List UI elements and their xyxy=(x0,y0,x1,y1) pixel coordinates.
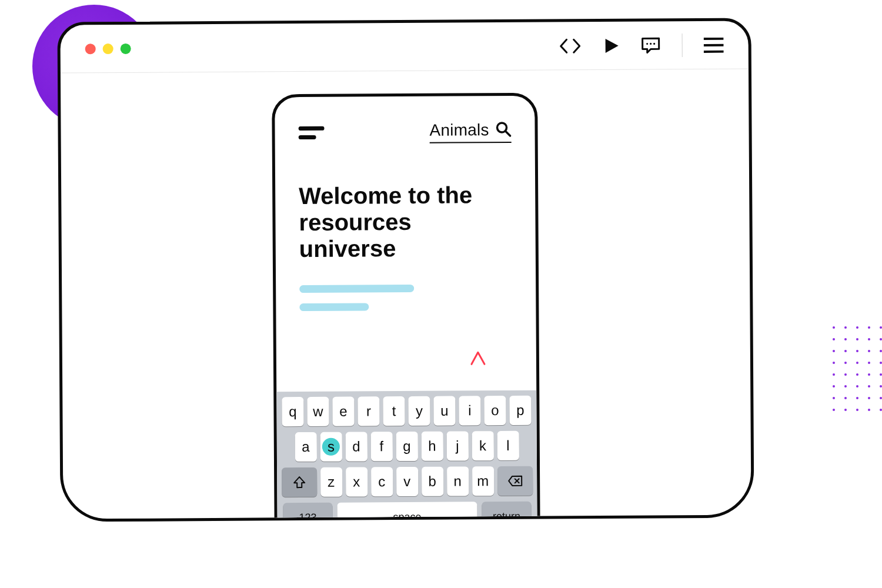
key-n[interactable]: n xyxy=(447,466,469,496)
key-d[interactable]: d xyxy=(345,432,367,461)
key-b[interactable]: b xyxy=(422,467,443,496)
key-l[interactable]: l xyxy=(497,431,519,460)
key-g[interactable]: g xyxy=(396,432,417,461)
phone-mockup: Animals Welcome to the resources univers… xyxy=(272,93,540,522)
page-title: Welcome to the resources universe xyxy=(299,182,512,262)
backspace-key[interactable] xyxy=(497,466,533,496)
key-h[interactable]: h xyxy=(421,432,443,461)
key-a[interactable]: a xyxy=(295,432,316,462)
onscreen-keyboard: qwertyuiop asdfghjkl zxcvbnm 123 space r… xyxy=(276,390,537,522)
svg-point-1 xyxy=(646,42,648,44)
key-c[interactable]: c xyxy=(371,467,393,496)
svg-rect-5 xyxy=(704,44,724,46)
window-titlebar xyxy=(60,21,748,73)
search-icon[interactable] xyxy=(495,121,511,139)
placeholder-text xyxy=(299,284,512,311)
svg-marker-0 xyxy=(606,38,619,52)
svg-rect-6 xyxy=(704,50,724,52)
key-p[interactable]: p xyxy=(509,396,531,425)
key-u[interactable]: u xyxy=(433,396,455,425)
svg-point-2 xyxy=(650,42,652,44)
key-o[interactable]: o xyxy=(484,396,506,425)
zoom-window-button[interactable] xyxy=(121,43,131,54)
minimize-window-button[interactable] xyxy=(103,44,113,54)
key-j[interactable]: j xyxy=(446,431,468,460)
space-key[interactable]: space xyxy=(337,502,477,522)
return-key[interactable]: return xyxy=(482,502,531,522)
key-e[interactable]: e xyxy=(332,397,354,426)
key-t[interactable]: t xyxy=(383,396,405,426)
phone-header: Animals xyxy=(275,96,534,145)
close-window-button[interactable] xyxy=(85,44,96,54)
play-icon[interactable] xyxy=(603,37,620,54)
svg-rect-4 xyxy=(704,37,724,39)
key-m[interactable]: m xyxy=(472,466,494,496)
svg-line-8 xyxy=(506,132,510,136)
hamburger-icon[interactable] xyxy=(704,37,724,52)
shift-key[interactable] xyxy=(282,467,317,497)
window-toolbar xyxy=(559,33,724,58)
menu-icon[interactable] xyxy=(299,126,325,139)
code-icon[interactable] xyxy=(559,37,582,55)
window-controls xyxy=(85,43,131,54)
key-i[interactable]: i xyxy=(459,396,480,425)
svg-point-7 xyxy=(497,123,506,132)
search-field[interactable]: Animals xyxy=(429,121,511,143)
svg-point-3 xyxy=(653,42,655,44)
key-v[interactable]: v xyxy=(396,467,418,496)
key-f[interactable]: f xyxy=(370,432,392,461)
decorative-dot-grid xyxy=(833,326,882,411)
key-q[interactable]: q xyxy=(282,397,303,426)
key-x[interactable]: x xyxy=(346,467,368,496)
search-value: Animals xyxy=(429,121,489,140)
key-w[interactable]: w xyxy=(307,397,329,426)
toolbar-divider xyxy=(682,34,683,57)
key-s[interactable]: s xyxy=(320,432,342,462)
key-k[interactable]: k xyxy=(472,431,493,460)
key-z[interactable]: z xyxy=(320,467,342,497)
cursor-marker xyxy=(469,349,487,369)
chat-icon[interactable] xyxy=(641,36,661,54)
key-r[interactable]: r xyxy=(358,396,379,426)
key-y[interactable]: y xyxy=(408,396,430,426)
numbers-key[interactable]: 123 xyxy=(283,503,332,522)
browser-window: Animals Welcome to the resources univers… xyxy=(57,18,754,522)
